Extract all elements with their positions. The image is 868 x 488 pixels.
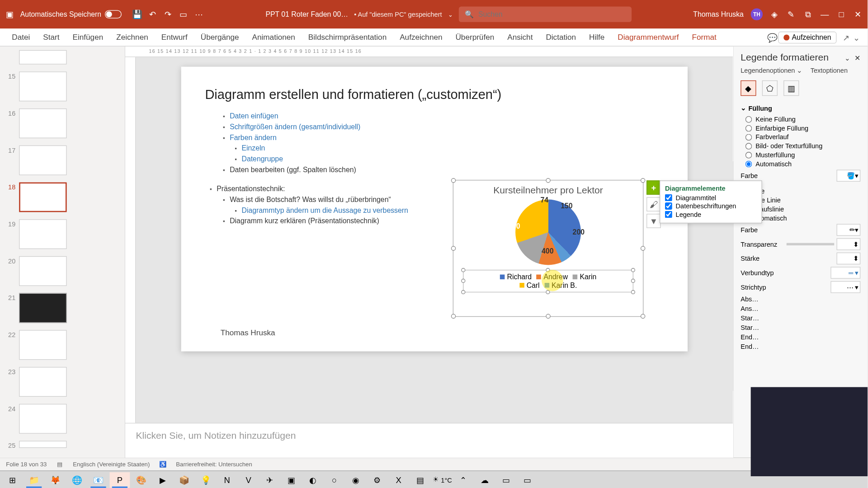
thumb-17[interactable]	[19, 145, 66, 175]
vlc-icon[interactable]: ▶	[152, 472, 173, 488]
tab-ansicht[interactable]: Ansicht	[501, 30, 539, 44]
tab-zeichnen[interactable]: Zeichnen	[110, 30, 154, 44]
thumb-20[interactable]	[19, 256, 66, 286]
outlook-icon[interactable]: 📧	[88, 472, 108, 488]
accessibility[interactable]: Barrierefreiheit: Untersuchen	[176, 461, 252, 467]
tab-textoptionen[interactable]: Textoptionen	[811, 67, 848, 75]
tab-hilfe[interactable]: Hilfe	[583, 30, 611, 44]
fill-color-picker[interactable]: 🪣▾	[836, 170, 860, 182]
weather-widget[interactable]: ☀ 1°C	[433, 472, 452, 488]
thumb-19[interactable]	[19, 219, 66, 249]
explorer-icon[interactable]: 📁	[24, 472, 44, 488]
start-button[interactable]: ⊞	[2, 472, 23, 488]
slideshow-icon[interactable]: ▭	[179, 9, 189, 19]
undo-icon[interactable]: ↶	[148, 9, 157, 19]
window-icon[interactable]: ⧉	[803, 9, 813, 19]
size-icon[interactable]: ▥	[783, 80, 799, 96]
tab-dictation[interactable]: Dictation	[540, 30, 582, 44]
slide-title[interactable]: Diagramm erstellen und formatieren („cus…	[205, 87, 664, 102]
tab-entwurf[interactable]: Entwurf	[156, 30, 193, 44]
fill-section[interactable]: ⌄ Füllung	[741, 104, 860, 112]
close-icon[interactable]: ✕	[853, 9, 863, 19]
save-icon[interactable]: 💾	[132, 9, 142, 19]
tab-legendenoptionen[interactable]: Legendenoptionen ⌄	[741, 67, 802, 75]
tab-format[interactable]: Format	[686, 30, 722, 44]
thumb-23[interactable]	[19, 367, 66, 397]
language[interactable]: Englisch (Vereinigte Staaten)	[73, 461, 150, 467]
app-icon-6[interactable]: ◐	[303, 472, 323, 488]
tray-icon-1[interactable]: ☁	[475, 472, 495, 488]
tab-ueberpruefen[interactable]: Überprüfen	[449, 30, 500, 44]
pane-close-icon[interactable]: ✕	[854, 54, 860, 62]
pane-collapse-icon[interactable]: ⌄	[844, 55, 850, 62]
app-icon-3[interactable]: 💡	[195, 472, 216, 488]
transparency-input[interactable]: ⬍	[836, 238, 860, 250]
tray-icon-3[interactable]: ▭	[518, 472, 538, 488]
search-box[interactable]: 🔍	[458, 6, 631, 22]
firefox-icon[interactable]: 🦊	[45, 472, 66, 488]
tab-diagrammentwurf[interactable]: Diagrammentwurf	[612, 30, 685, 44]
slide-thumbnails[interactable]: 15 16 17 18 19 20 21 22 23 24 25	[0, 47, 125, 457]
access-icon[interactable]: ♿	[158, 460, 168, 469]
app-icon-1[interactable]: 🎨	[131, 472, 151, 488]
slide-canvas[interactable]: Diagramm erstellen und formatieren („cus…	[181, 67, 688, 352]
pen-icon[interactable]: ✎	[787, 9, 796, 19]
app-icon-9[interactable]: ▤	[410, 472, 430, 488]
notes-placeholder[interactable]: Klicken Sie, um Notizen hinzuzufügen	[125, 423, 733, 457]
share-icon[interactable]: ↗	[841, 33, 851, 42]
width-input[interactable]: ⬍	[836, 253, 860, 264]
thumb-14[interactable]	[19, 50, 66, 65]
powerpoint-icon[interactable]: P	[110, 472, 130, 488]
line-color-picker[interactable]: ✏▾	[836, 224, 860, 236]
app-icon-7[interactable]: ○	[324, 472, 344, 488]
chrome-icon[interactable]: 🌐	[67, 472, 87, 488]
tab-datei[interactable]: Datei	[6, 30, 36, 44]
user-name[interactable]: Thomas Hruska	[693, 10, 744, 18]
fill-line-icon[interactable]: ◆	[741, 80, 756, 96]
chart-styles-button[interactable]: 🖌	[646, 197, 661, 211]
ce-legend[interactable]: Legende	[665, 211, 757, 218]
chart-elements-button[interactable]: +	[646, 180, 661, 195]
tab-start[interactable]: Start	[37, 30, 66, 44]
tab-einfuegen[interactable]: Einfügen	[66, 30, 109, 44]
chart-elements-flyout[interactable]: Diagrammelemente Diagrammtitel Datenbesc…	[660, 180, 762, 223]
compound-select[interactable]: ═ ▾	[830, 267, 860, 278]
maximize-icon[interactable]: □	[836, 9, 846, 19]
app-icon-4[interactable]: V	[238, 472, 259, 488]
user-avatar[interactable]: TH	[751, 8, 763, 20]
excel-icon[interactable]: X	[388, 472, 409, 488]
thumb-15[interactable]	[19, 71, 66, 101]
app-icon-8[interactable]: ◉	[345, 472, 366, 488]
thumb-22[interactable]	[19, 330, 66, 360]
telegram-icon[interactable]: ✈	[260, 472, 280, 488]
minimize-icon[interactable]: —	[820, 9, 830, 19]
tab-aufzeichnen[interactable]: Aufzeichnen	[394, 30, 448, 44]
redo-icon[interactable]: ↷	[163, 9, 173, 19]
lang-icon[interactable]: ▤	[55, 460, 65, 469]
chevron-icon[interactable]: ⌄	[852, 33, 862, 42]
search-input[interactable]	[478, 10, 626, 18]
thumb-21[interactable]	[19, 293, 66, 323]
thumb-25[interactable]	[19, 441, 66, 448]
onenote-icon[interactable]: N	[217, 472, 237, 488]
tab-animationen[interactable]: Animationen	[246, 30, 301, 44]
app-icon-5[interactable]: ▣	[281, 472, 302, 488]
autosave-toggle[interactable]: Automatisches Speichern	[20, 10, 122, 18]
settings-icon[interactable]: ⚙	[367, 472, 387, 488]
record-button[interactable]: Aufzeichnen	[778, 31, 836, 43]
thumb-16[interactable]	[19, 108, 66, 138]
more-icon[interactable]: ⋯	[194, 9, 204, 19]
app-icon-2[interactable]: 📦	[174, 472, 194, 488]
chart-title[interactable]: Kursteilnehmer pro Lektor	[453, 185, 643, 196]
tab-uebergaenge[interactable]: Übergänge	[195, 30, 245, 44]
effects-icon[interactable]: ⬠	[762, 80, 778, 96]
dash-select[interactable]: ⋯ ▾	[830, 281, 860, 293]
ce-title[interactable]: Diagrammtitel	[665, 194, 757, 202]
tray-chevron-icon[interactable]: ⌃	[453, 472, 473, 488]
tab-bildschirm[interactable]: Bildschirmpräsentation	[302, 30, 393, 44]
chart-object[interactable]: Kursteilnehmer pro Lektor 500 74 150 200…	[453, 180, 644, 317]
ce-datalabels[interactable]: Datenbeschriftungen	[665, 202, 757, 210]
diamond-icon[interactable]: ◈	[770, 9, 779, 19]
comments-icon[interactable]: 💬	[768, 33, 777, 42]
thumb-18[interactable]	[19, 182, 66, 212]
